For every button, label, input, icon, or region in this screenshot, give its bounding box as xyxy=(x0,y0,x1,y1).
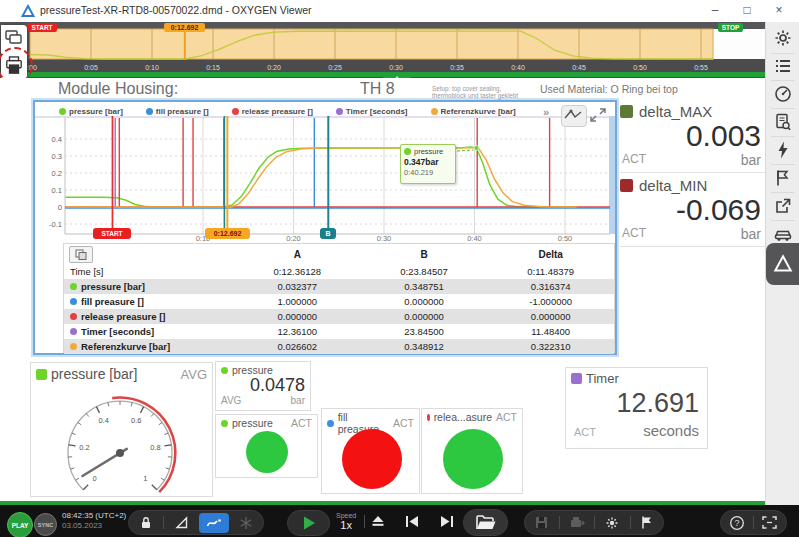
report-icon[interactable] xyxy=(773,112,793,132)
svg-text:0.8: 0.8 xyxy=(150,443,160,452)
table-row[interactable]: Referenzkurve [bar]0.0266020.3489120.322… xyxy=(64,339,614,354)
legend-item[interactable]: release preasure [] xyxy=(232,107,313,116)
recorder-chart-panel[interactable]: 0:100:200:300:400:50-0.100.10.20.30.4 pr… xyxy=(33,100,617,355)
digital-meter-widget[interactable]: pressure 0.0478 AVG bar xyxy=(215,361,311,411)
channel-list-icon[interactable] xyxy=(773,56,793,76)
channel-color-dot xyxy=(70,313,77,320)
svg-text:0:40: 0:40 xyxy=(467,234,482,242)
share-export-icon[interactable] xyxy=(773,196,793,216)
power-trigger-icon[interactable] xyxy=(773,140,793,160)
chart-cursor-b-badge[interactable]: B xyxy=(320,228,336,239)
table-row[interactable]: Timer [seconds]12.3610023.8450011.48400 xyxy=(64,324,614,339)
channel-color-dot xyxy=(70,298,77,305)
legend-item[interactable]: fill preasure [] xyxy=(146,107,209,116)
divider xyxy=(620,172,765,173)
column-header: B xyxy=(361,249,488,260)
play-mode-badge[interactable]: PLAY xyxy=(7,512,33,537)
setup-note: Setup: top cover sealing, thermoblock un… xyxy=(432,86,532,99)
delta-min-unit: bar xyxy=(741,226,761,242)
app-logo-icon xyxy=(21,4,35,18)
recorder-plot[interactable]: 0:100:200:300:400:50-0.100.10.20.30.4 xyxy=(35,102,615,242)
timeline-tick: 0:45 xyxy=(572,64,586,71)
fit-screen-icon[interactable] xyxy=(761,515,778,530)
legend-item[interactable]: pressure [bar] xyxy=(59,107,123,116)
flag-icon[interactable] xyxy=(640,515,654,530)
delta-values-panel[interactable]: delta_MAX 0.003 ACT bar delta_MIN -0.069… xyxy=(620,100,765,264)
svg-text:0: 0 xyxy=(58,203,62,212)
measure-triangle-icon[interactable] xyxy=(174,515,189,530)
legend-overflow-button[interactable]: » xyxy=(543,106,548,118)
settings-gear-icon[interactable] xyxy=(773,28,793,48)
module-housing-label: Module Housing: xyxy=(58,80,178,98)
skip-to-start-icon[interactable] xyxy=(404,515,420,528)
instruments-gauge-icon[interactable] xyxy=(773,84,793,104)
gauge-widget[interactable]: pressure [bar] AVG 00.20.40.60.81 xyxy=(30,362,213,497)
delta-min-mode: ACT xyxy=(622,226,646,242)
cell-value: 0.348912 xyxy=(361,341,488,352)
signal-overview-button[interactable] xyxy=(199,513,229,533)
overview-timeline[interactable]: 0:000:050:100:150:200:250:300:350:400:45… xyxy=(0,22,765,78)
expand-icon[interactable] xyxy=(589,107,607,123)
marker-flag-icon[interactable] xyxy=(773,168,793,188)
cell-value: 0.000000 xyxy=(361,296,488,307)
timeline-start-badge[interactable]: START xyxy=(27,23,57,32)
export-icon[interactable] xyxy=(569,515,585,530)
indicator-pressure-widget[interactable]: pressure ACT xyxy=(215,414,318,478)
save-icon[interactable] xyxy=(534,515,549,530)
chart-start-badge[interactable]: START xyxy=(93,228,131,239)
minimize-button[interactable]: – xyxy=(701,0,729,22)
cursor-table[interactable]: ABDeltaTime [s]0:12.361280:23.845070:11.… xyxy=(63,243,615,353)
screens-icon[interactable] xyxy=(5,30,23,46)
settings-sync-icon[interactable] xyxy=(604,515,620,531)
timer-widget[interactable]: Timer 12.691 ACT seconds xyxy=(565,367,708,449)
delta-max-value: 0.003 xyxy=(620,120,765,152)
timer-value: 12.691 xyxy=(566,386,707,420)
overview-timeline-plot[interactable]: 0:000:050:100:150:200:250:300:350:400:45… xyxy=(0,22,765,78)
channel-color-dot xyxy=(70,283,77,290)
play-icon[interactable] xyxy=(302,515,316,531)
cell-value: 11.48400 xyxy=(487,326,614,337)
sync-badge[interactable]: SYNC xyxy=(34,513,57,536)
skip-to-end-icon[interactable] xyxy=(439,515,455,528)
tooltip-value: 0.347bar xyxy=(404,157,452,167)
vehicle-icon[interactable] xyxy=(773,223,793,243)
cell-value: 0.348751 xyxy=(361,281,488,292)
oxygen-logo-tab[interactable] xyxy=(766,243,799,285)
digital-mode: AVG xyxy=(221,395,241,406)
play-button-pill[interactable] xyxy=(287,510,330,536)
speed-value[interactable]: 1x xyxy=(336,519,356,531)
maximize-button[interactable]: □ xyxy=(733,0,761,22)
table-row[interactable]: fill preasure []1.0000000.000000-1.00000… xyxy=(64,294,614,309)
delta-max-header: delta_MAX xyxy=(620,103,765,120)
legend-label: fill preasure [] xyxy=(156,107,209,116)
delta-max-color-square xyxy=(620,105,633,118)
timeline-tick: 0:05 xyxy=(84,64,98,71)
timeline-playhead-badge[interactable]: 0:12.692 xyxy=(164,23,205,32)
signal-mode-button[interactable] xyxy=(561,105,587,127)
time-row: Time [s]0:12.361280:23.845070:11.48379 xyxy=(64,264,614,279)
svg-text:0.2: 0.2 xyxy=(52,169,62,178)
indicator-pressure-lamp xyxy=(246,431,288,473)
table-row[interactable]: release preasure []0.0000000.0000000.000… xyxy=(64,309,614,324)
chart-playhead-badge[interactable]: 0:12.692 xyxy=(205,228,250,239)
indicator-fill-widget[interactable]: fill preasure ACT xyxy=(321,408,420,494)
open-folder-icon[interactable] xyxy=(475,514,497,531)
legend-item[interactable]: Referenzkurve [bar] xyxy=(431,107,516,116)
indicator-release-lamp xyxy=(443,429,503,489)
timeline-stop-badge[interactable]: STOP xyxy=(718,23,743,32)
open-file-pill[interactable] xyxy=(463,509,508,536)
legend-item[interactable]: Timer [seconds] xyxy=(336,107,408,116)
table-row[interactable]: pressure [bar]0.0323770.3487510.316374 xyxy=(64,279,614,294)
eject-icon[interactable] xyxy=(370,514,386,529)
lock-icon[interactable] xyxy=(139,515,153,530)
help-icon[interactable]: ? xyxy=(729,515,745,531)
freeze-icon[interactable] xyxy=(239,516,253,530)
cell-value: 23.84500 xyxy=(361,326,488,337)
svg-text:0:30: 0:30 xyxy=(377,234,392,242)
close-button[interactable]: × xyxy=(765,0,793,22)
svg-text:0.2: 0.2 xyxy=(79,443,89,452)
indicator-release-widget[interactable]: relea...asure ACT xyxy=(421,408,523,494)
header-row: Module Housing: TH 8 Setup: top cover se… xyxy=(0,78,765,100)
digital-value: 0.0478 xyxy=(216,376,310,395)
copy-table-button[interactable] xyxy=(69,246,93,263)
